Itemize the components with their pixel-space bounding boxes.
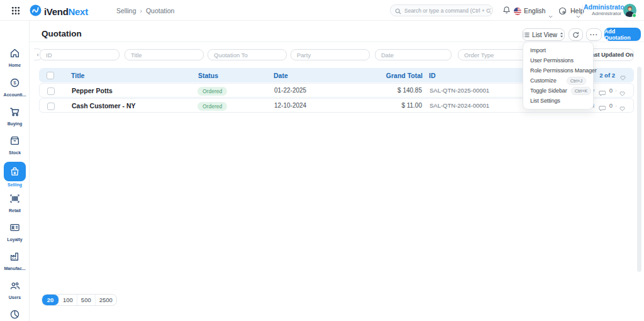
view-switcher-button[interactable]: List View xyxy=(522,28,565,41)
menu-item-import[interactable]: Import xyxy=(523,45,593,55)
accounting-icon: $ xyxy=(9,77,20,88)
list-view-icon xyxy=(523,32,530,38)
menu-item-customize[interactable]: CustomizeCtrl+J xyxy=(523,76,593,86)
top-navbar: iVendNext Selling Quotation xyxy=(0,0,644,21)
sidebar-label-home[interactable]: Home xyxy=(0,63,30,67)
bag-icon xyxy=(9,166,20,177)
row-checkbox[interactable] xyxy=(47,87,55,95)
pie-chart-icon xyxy=(9,309,20,320)
search-input[interactable] xyxy=(404,5,491,16)
breadcrumb: Selling Quotation xyxy=(116,7,174,14)
add-quotation-button[interactable]: Add Quotation xyxy=(604,28,641,41)
page-size-500[interactable]: 500 xyxy=(77,295,95,305)
comment-icon xyxy=(599,87,606,99)
row-title[interactable]: Cash Customer - NY xyxy=(72,99,136,112)
row-date: 01-22-2025 xyxy=(274,84,306,97)
sidebar-item-home[interactable] xyxy=(0,48,30,61)
sidebar-label-retail[interactable]: Retail xyxy=(0,208,30,213)
sidebar-label-users[interactable]: Users xyxy=(0,295,30,300)
sidebar-item-manufacturing[interactable] xyxy=(0,251,30,264)
sidebar-item-retail[interactable] xyxy=(0,193,30,206)
sort-by-button[interactable]: Last Updated On xyxy=(587,48,634,61)
user-name: Administrator xyxy=(584,4,621,11)
row-title[interactable]: Pepper Potts xyxy=(72,84,113,97)
dot-separator xyxy=(615,84,617,97)
sidebar-label-stock[interactable]: Stock xyxy=(0,150,30,155)
like-heart-icon[interactable] xyxy=(619,103,626,114)
filter-date-input[interactable] xyxy=(375,49,452,60)
language-selector[interactable]: English xyxy=(524,7,545,14)
help-chevron-down-icon xyxy=(576,9,580,21)
palette-icon[interactable] xyxy=(558,6,567,18)
sort-caret-icon xyxy=(560,32,564,38)
filter-quotation-to-input[interactable] xyxy=(208,49,287,60)
shortcut-badge: Ctrl+J xyxy=(567,77,586,85)
sidebar-label-accounting[interactable]: Accounti... xyxy=(0,93,30,97)
menu-item-list-settings[interactable]: List Settings xyxy=(523,96,593,106)
online-status-dot xyxy=(632,13,636,18)
page-size-100[interactable]: 100 xyxy=(58,295,77,305)
navbar-divider xyxy=(582,5,583,16)
breadcrumb-doctype[interactable]: Quotation xyxy=(146,7,175,14)
select-all-checkbox[interactable] xyxy=(47,72,54,79)
comment-count: 0 xyxy=(609,99,613,112)
row-id[interactable]: SAL-QTN-2024-00001 xyxy=(430,99,489,112)
language-chevron-down-icon xyxy=(548,9,553,21)
apps-grid-icon[interactable] xyxy=(11,6,20,15)
filter-id-input[interactable] xyxy=(40,49,119,60)
module-sidebar: Home $ Accounti... Buying Stock xyxy=(0,21,30,321)
status-badge: Ordered xyxy=(197,87,227,96)
menu-item-user-permissions[interactable]: User Permissions xyxy=(523,55,593,65)
like-filter-heart-icon[interactable] xyxy=(619,72,626,83)
app-logo[interactable]: iVendNext xyxy=(30,4,88,19)
menu-item-toggle-sidebar[interactable]: Toggle SidebarCtrl+K xyxy=(523,86,593,96)
scrollbar[interactable] xyxy=(637,67,641,272)
svg-text:$: $ xyxy=(13,80,16,86)
refresh-button[interactable] xyxy=(569,28,583,41)
column-header-date[interactable]: Date xyxy=(274,68,288,82)
factory-icon xyxy=(9,251,20,262)
logo-mark-icon xyxy=(30,4,42,19)
notifications-bell-icon[interactable] xyxy=(502,6,511,17)
column-header-status[interactable]: Status xyxy=(198,68,218,82)
menu-item-role-permissions-manager[interactable]: Role Permissions Manager xyxy=(523,65,593,76)
row-checkbox[interactable] xyxy=(47,103,55,110)
sidebar-item-selling[interactable] xyxy=(4,162,26,181)
global-search[interactable] xyxy=(390,4,493,16)
view-switcher-label: List View xyxy=(532,31,557,38)
sidebar-item-accounting[interactable]: $ xyxy=(0,77,30,91)
sidebar-label-buying[interactable]: Buying xyxy=(0,121,30,126)
page-size-20[interactable]: 20 xyxy=(42,295,58,305)
column-header-title[interactable]: Title xyxy=(71,68,84,82)
comment-count: 0 xyxy=(609,84,613,97)
row-date: 12-10-2024 xyxy=(274,99,306,112)
row-id[interactable]: SAL-QTN-2025-00001 xyxy=(430,84,489,97)
sidebar-label-selling[interactable]: Selling xyxy=(0,183,30,187)
sidebar-item-buying[interactable] xyxy=(0,106,30,120)
sidebar-label-loyalty[interactable]: Loyalty xyxy=(0,237,30,242)
comment-icon xyxy=(599,103,606,114)
search-icon xyxy=(395,8,401,14)
sidebar-label-manufacturing[interactable]: Manufac... xyxy=(0,266,30,271)
sidebar-item-crm[interactable] xyxy=(0,309,30,321)
user-menu[interactable]: Administrator Administrator xyxy=(584,4,621,17)
filter-title-input[interactable] xyxy=(125,49,204,60)
sidebar-item-users[interactable] xyxy=(0,280,30,293)
page-size-2500[interactable]: 2500 xyxy=(95,295,116,305)
result-count: 2 of 2 xyxy=(599,68,615,82)
barcode-icon xyxy=(9,193,20,204)
id-card-icon xyxy=(9,222,20,233)
refresh-icon xyxy=(572,31,579,38)
breadcrumb-module[interactable]: Selling xyxy=(116,7,136,14)
sidebar-item-loyalty[interactable] xyxy=(0,222,30,235)
like-heart-icon[interactable] xyxy=(619,87,626,99)
filter-party-input[interactable] xyxy=(291,49,370,60)
app-window: iVendNext Selling Quotation xyxy=(0,0,644,321)
language-flag-icon xyxy=(514,6,521,18)
more-options-menu: Import User Permissions Role Permissions… xyxy=(523,42,594,110)
sidebar-item-stock[interactable] xyxy=(0,135,30,149)
logo-text-dark: iVend xyxy=(44,6,69,17)
column-header-id[interactable]: ID xyxy=(429,68,436,82)
more-options-button[interactable]: ··· xyxy=(586,28,602,41)
column-header-grand-total[interactable]: Grand Total xyxy=(386,68,423,82)
